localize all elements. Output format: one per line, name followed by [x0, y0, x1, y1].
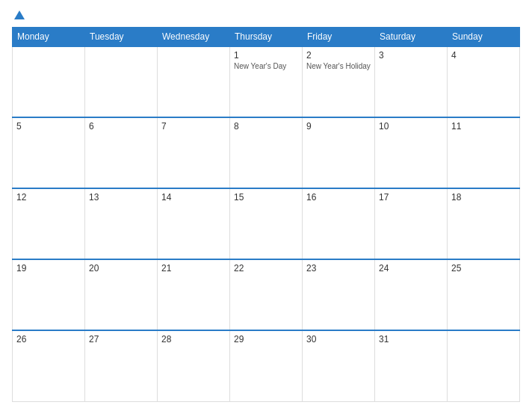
day-number: 11: [451, 121, 516, 132]
calendar-cell: 4: [448, 46, 520, 117]
day-number: 2: [306, 50, 371, 61]
calendar-cell: 31: [375, 330, 448, 401]
calendar-cell: [158, 46, 230, 117]
calendar-cell: 7: [158, 117, 230, 188]
logo: [12, 9, 26, 22]
day-number: 17: [379, 192, 443, 203]
day-number: 30: [306, 334, 371, 344]
calendar-cell: 1New Year's Day: [230, 46, 303, 117]
day-number: 5: [16, 121, 81, 132]
day-number: 8: [234, 121, 298, 132]
calendar-cell: 12: [13, 188, 85, 259]
day-number: 1: [234, 50, 298, 61]
calendar-cell: 22: [230, 259, 303, 330]
calendar-cell: 9: [303, 117, 375, 188]
day-header-friday: Friday: [303, 28, 375, 47]
day-number: 6: [89, 121, 153, 132]
calendar-table: MondayTuesdayWednesdayThursdayFridaySatu…: [12, 27, 520, 402]
calendar-week-row: 567891011: [13, 117, 520, 188]
calendar-cell: 10: [375, 117, 448, 188]
calendar-cell: 3: [375, 46, 448, 117]
logo-icon: [13, 9, 26, 22]
calendar-cell: 23: [303, 259, 375, 330]
calendar-cell: 29: [230, 330, 303, 401]
calendar-cell: 21: [158, 259, 230, 330]
day-number: 20: [89, 263, 153, 274]
day-header-monday: Monday: [13, 28, 85, 47]
calendar-cell: 26: [13, 330, 85, 401]
calendar-cell: 13: [85, 188, 158, 259]
calendar-header: [12, 9, 520, 22]
calendar-cell: 24: [375, 259, 448, 330]
holiday-label: New Year's Day: [234, 62, 298, 70]
calendar-cell: 30: [303, 330, 375, 401]
day-header-wednesday: Wednesday: [158, 28, 230, 47]
calendar-cell: 5: [13, 117, 85, 188]
day-header-thursday: Thursday: [230, 28, 303, 47]
calendar-cell: 27: [85, 330, 158, 401]
calendar-header-row: MondayTuesdayWednesdayThursdayFridaySatu…: [13, 28, 520, 47]
day-number: 10: [379, 121, 443, 132]
svg-marker-0: [14, 10, 25, 19]
calendar-week-row: 12131415161718: [13, 188, 520, 259]
calendar-cell: 19: [13, 259, 85, 330]
day-number: 21: [161, 263, 226, 274]
day-number: 23: [306, 263, 371, 274]
day-header-sunday: Sunday: [448, 28, 520, 47]
calendar-cell: [13, 46, 85, 117]
calendar-cell: 17: [375, 188, 448, 259]
day-number: 18: [451, 192, 516, 203]
day-number: 24: [379, 263, 443, 274]
day-number: 16: [306, 192, 371, 203]
day-number: 25: [451, 263, 516, 274]
calendar-cell: 20: [85, 259, 158, 330]
calendar-cell: 18: [448, 188, 520, 259]
calendar-cell: 15: [230, 188, 303, 259]
calendar-week-row: 262728293031: [13, 330, 520, 401]
day-number: 3: [379, 50, 443, 61]
day-number: 26: [16, 334, 81, 344]
day-number: 15: [234, 192, 298, 203]
holiday-label: New Year's Holiday: [306, 62, 371, 70]
calendar-cell: 11: [448, 117, 520, 188]
day-number: 27: [89, 334, 153, 344]
day-number: 22: [234, 263, 298, 274]
day-number: 28: [161, 334, 226, 344]
day-number: 19: [16, 263, 81, 274]
day-number: 7: [161, 121, 226, 132]
calendar-week-row: 1New Year's Day2New Year's Holiday34: [13, 46, 520, 117]
calendar-cell: 2New Year's Holiday: [303, 46, 375, 117]
calendar-cell: 28: [158, 330, 230, 401]
day-number: 29: [234, 334, 298, 344]
calendar-cell: 6: [85, 117, 158, 188]
calendar-cell: [85, 46, 158, 117]
calendar-cell: 14: [158, 188, 230, 259]
day-number: 9: [306, 121, 371, 132]
calendar-cell: 25: [448, 259, 520, 330]
day-number: 12: [16, 192, 81, 203]
calendar-week-row: 19202122232425: [13, 259, 520, 330]
calendar-page: MondayTuesdayWednesdayThursdayFridaySatu…: [0, 0, 532, 411]
calendar-cell: [448, 330, 520, 401]
day-number: 13: [89, 192, 153, 203]
day-header-tuesday: Tuesday: [85, 28, 158, 47]
day-number: 14: [161, 192, 226, 203]
calendar-cell: 8: [230, 117, 303, 188]
day-header-saturday: Saturday: [375, 28, 448, 47]
day-number: 4: [451, 50, 516, 61]
day-number: 31: [379, 334, 443, 344]
calendar-cell: 16: [303, 188, 375, 259]
